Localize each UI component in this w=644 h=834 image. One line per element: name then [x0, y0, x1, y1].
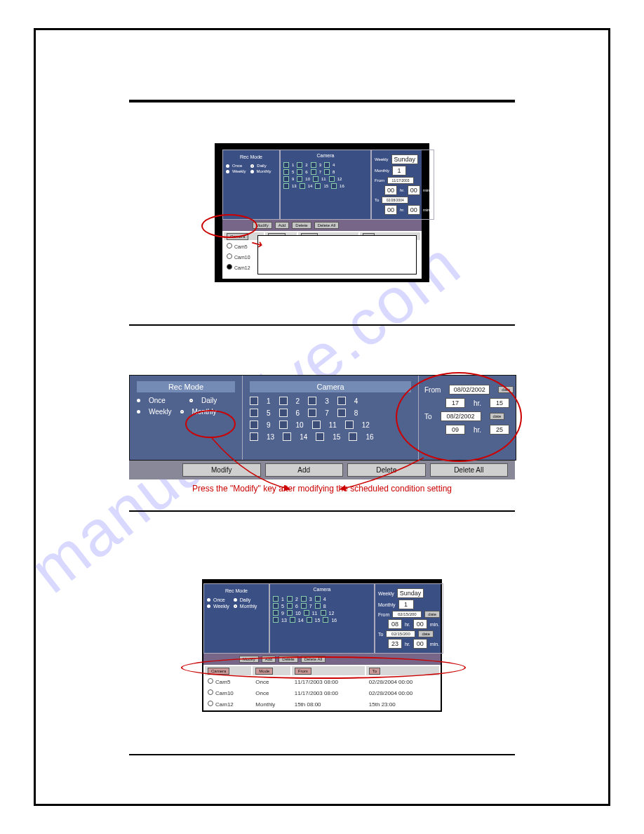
weekly-select[interactable]: Sunday	[391, 154, 419, 164]
table-row[interactable]: Cam10Once11/17/2003 08:0002/28/2004 00:0…	[205, 688, 439, 698]
cam-checkbox[interactable]	[283, 162, 289, 168]
cam-checkbox[interactable]	[315, 183, 321, 189]
radio-monthly[interactable]	[180, 410, 184, 413]
mode-label: Monthly	[257, 169, 271, 173]
row-radio[interactable]	[208, 689, 213, 695]
radio-daily[interactable]	[234, 598, 237, 602]
cam-checkbox[interactable]	[283, 183, 289, 189]
delete-button[interactable]: Delete	[292, 222, 311, 229]
cam-checkbox[interactable]	[316, 432, 324, 441]
cam-checkbox[interactable]	[324, 169, 330, 175]
cam-checkbox[interactable]	[297, 169, 302, 175]
cam-checkbox[interactable]	[287, 603, 293, 609]
cam-checkbox[interactable]	[308, 397, 316, 405]
row-radio[interactable]	[208, 678, 213, 684]
radio-once[interactable]	[207, 598, 210, 602]
cam-checkbox[interactable]	[321, 610, 326, 616]
cam-checkbox[interactable]	[273, 596, 279, 602]
rule-mid-2	[129, 510, 515, 512]
to-min[interactable]: 00	[413, 639, 427, 649]
delete-button[interactable]: Delete	[347, 463, 426, 477]
cam-checkbox[interactable]	[311, 169, 316, 175]
radio-monthly[interactable]	[250, 170, 254, 173]
cam-checkbox[interactable]	[290, 617, 295, 623]
figure-1-panel: Rec Mode OnceDaily WeeklyMonthly Camera …	[222, 150, 422, 279]
cam-checkbox[interactable]	[323, 617, 328, 623]
row-radio[interactable]	[208, 701, 213, 706]
monthly-select[interactable]: 1	[392, 166, 406, 176]
from-hr[interactable]: 00	[384, 185, 397, 195]
cam-checkbox[interactable]	[329, 176, 335, 182]
add-button[interactable]: Add	[265, 463, 344, 477]
add-button[interactable]: Add	[275, 222, 290, 229]
date-button[interactable]: date	[418, 630, 434, 637]
cam-checkbox[interactable]	[331, 183, 337, 189]
from-min[interactable]: 00	[413, 619, 427, 629]
cam-checkbox[interactable]	[337, 409, 346, 417]
cam-checkbox[interactable]	[287, 610, 293, 616]
cam-checkbox[interactable]	[250, 421, 258, 429]
radio-once[interactable]	[226, 164, 229, 168]
radio-daily[interactable]	[189, 399, 193, 402]
cam-checkbox[interactable]	[315, 603, 321, 609]
cam-checkbox[interactable]	[300, 183, 305, 189]
cam-checkbox[interactable]	[283, 169, 289, 175]
cam-checkbox[interactable]	[324, 162, 330, 168]
to-min[interactable]: 00	[408, 205, 420, 215]
radio-weekly[interactable]	[226, 170, 229, 173]
radio-once[interactable]	[137, 399, 140, 402]
cam-checkbox[interactable]	[345, 421, 354, 429]
to-date[interactable]: 02/28/2004	[382, 197, 408, 204]
deleteall-button[interactable]: Delete All	[430, 463, 509, 477]
cam-checkbox[interactable]	[297, 162, 302, 168]
cam-checkbox[interactable]	[283, 432, 291, 441]
min-suffix: min.	[423, 188, 431, 192]
cam-checkbox[interactable]	[311, 162, 316, 168]
cam-checkbox[interactable]	[250, 432, 258, 441]
cam-checkbox[interactable]	[308, 409, 316, 417]
table-row[interactable]: Cam12Monthly15th 08:0015th 23:00	[205, 699, 439, 709]
from-date[interactable]: 02/15/200	[392, 611, 422, 618]
row-radio[interactable]	[227, 243, 232, 249]
cam-checkbox[interactable]	[301, 603, 307, 609]
to-date[interactable]: 02/15/200	[386, 630, 415, 637]
figure-3: Rec Mode OnceDaily WeeklyMonthly Camera …	[202, 579, 442, 712]
weekly-select[interactable]: Sunday	[397, 588, 424, 598]
cam-checkbox[interactable]	[349, 432, 357, 441]
to-hr[interactable]: 00	[384, 205, 397, 215]
cam-checkbox[interactable]	[312, 421, 321, 429]
from-hr[interactable]: 08	[388, 619, 402, 629]
radio-weekly[interactable]	[207, 604, 210, 608]
cam-checkbox[interactable]	[304, 610, 309, 616]
date-button[interactable]: date	[424, 611, 440, 618]
cam-checkbox[interactable]	[279, 409, 288, 417]
from-date[interactable]: 11/17/2003	[387, 177, 414, 184]
to-hr[interactable]: 23	[388, 639, 402, 649]
cam-checkbox[interactable]	[279, 397, 288, 405]
row-radio[interactable]	[227, 253, 232, 259]
cam-checkbox[interactable]	[273, 603, 279, 609]
deleteall-button[interactable]: Delete All	[314, 222, 339, 229]
camera-column: Camera 1234 5678 9101112 13141516	[243, 376, 419, 460]
cam-checkbox[interactable]	[279, 421, 288, 429]
radio-weekly[interactable]	[137, 410, 140, 413]
radio-daily[interactable]	[250, 164, 254, 168]
cam-checkbox[interactable]	[313, 176, 318, 182]
cam-checkbox[interactable]	[273, 617, 279, 623]
modify-button[interactable]: Modify	[182, 463, 261, 477]
monthly-select[interactable]: 1	[398, 600, 414, 609]
radio-monthly[interactable]	[234, 604, 237, 608]
cam-checkbox[interactable]	[250, 397, 258, 405]
cam-checkbox[interactable]	[250, 409, 258, 417]
cam-checkbox[interactable]	[315, 596, 321, 602]
hr-suffix: hr.	[405, 622, 410, 627]
cam-checkbox[interactable]	[337, 397, 346, 405]
cam-checkbox[interactable]	[297, 176, 302, 182]
cam-checkbox[interactable]	[283, 176, 289, 182]
cam-checkbox[interactable]	[301, 596, 307, 602]
cam-checkbox[interactable]	[273, 610, 279, 616]
from-min[interactable]: 00	[408, 185, 420, 195]
row-radio[interactable]	[227, 264, 232, 270]
cam-checkbox[interactable]	[287, 596, 293, 602]
cam-checkbox[interactable]	[307, 617, 312, 623]
